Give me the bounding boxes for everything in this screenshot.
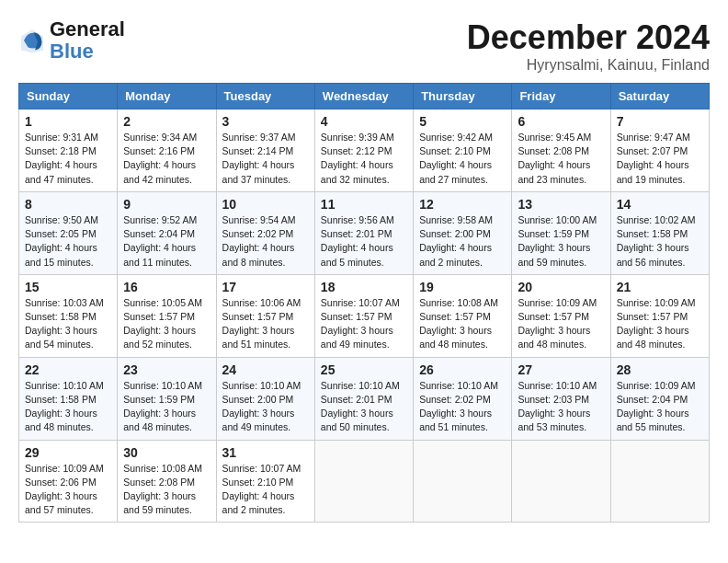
- day-cell: 31Sunrise: 10:07 AM Sunset: 2:10 PM Dayl…: [216, 440, 314, 523]
- day-info: Sunrise: 9:50 AM Sunset: 2:05 PM Dayligh…: [25, 213, 111, 270]
- day-info: Sunrise: 9:37 AM Sunset: 2:14 PM Dayligh…: [222, 131, 309, 187]
- day-info: Sunrise: 10:10 AM Sunset: 2:02 PM Daylig…: [419, 379, 506, 435]
- day-number: 5: [419, 114, 506, 129]
- day-info: Sunrise: 10:10 AM Sunset: 2:01 PM Daylig…: [321, 379, 407, 435]
- day-cell: 13Sunrise: 10:00 AM Sunset: 1:59 PM Dayl…: [512, 191, 610, 274]
- day-info: Sunrise: 9:39 AM Sunset: 2:12 PM Dayligh…: [321, 131, 407, 187]
- day-info: Sunrise: 10:03 AM Sunset: 1:58 PM Daylig…: [25, 296, 111, 352]
- day-info: Sunrise: 9:56 AM Sunset: 2:01 PM Dayligh…: [321, 213, 407, 270]
- weekday-header-thursday: Thursday: [414, 84, 512, 109]
- month-title: December 2024: [467, 18, 710, 57]
- day-number: 19: [419, 280, 506, 294]
- day-info: Sunrise: 10:10 AM Sunset: 1:59 PM Daylig…: [123, 379, 210, 435]
- day-number: 17: [222, 280, 309, 294]
- day-number: 30: [123, 445, 210, 460]
- day-info: Sunrise: 9:54 AM Sunset: 2:02 PM Dayligh…: [222, 213, 309, 270]
- day-cell: 6Sunrise: 9:45 AM Sunset: 2:08 PM Daylig…: [512, 109, 610, 192]
- day-info: Sunrise: 10:10 AM Sunset: 2:00 PM Daylig…: [222, 379, 309, 435]
- week-row-2: 8Sunrise: 9:50 AM Sunset: 2:05 PM Daylig…: [19, 191, 710, 274]
- weekday-header-monday: Monday: [118, 84, 216, 109]
- day-number: 3: [222, 114, 309, 129]
- day-info: Sunrise: 10:10 AM Sunset: 2:03 PM Daylig…: [518, 379, 604, 435]
- day-number: 12: [419, 197, 506, 212]
- day-info: Sunrise: 10:07 AM Sunset: 2:10 PM Daylig…: [222, 462, 309, 518]
- day-number: 15: [25, 280, 111, 294]
- day-cell: 22Sunrise: 10:10 AM Sunset: 1:58 PM Dayl…: [19, 357, 118, 440]
- day-number: 1: [25, 114, 111, 129]
- logo: General Blue: [18, 18, 125, 63]
- day-number: 14: [617, 197, 703, 212]
- day-info: Sunrise: 10:05 AM Sunset: 1:57 PM Daylig…: [123, 296, 210, 352]
- day-cell: 27Sunrise: 10:10 AM Sunset: 2:03 PM Dayl…: [512, 357, 610, 440]
- day-cell: 28Sunrise: 10:09 AM Sunset: 2:04 PM Dayl…: [610, 357, 709, 440]
- day-number: 10: [222, 197, 309, 212]
- day-number: 25: [321, 362, 407, 377]
- day-number: 20: [518, 280, 604, 294]
- day-info: Sunrise: 10:00 AM Sunset: 1:59 PM Daylig…: [518, 213, 604, 270]
- day-info: Sunrise: 10:07 AM Sunset: 1:57 PM Daylig…: [321, 296, 407, 352]
- day-cell: [512, 440, 610, 523]
- title-area: December 2024 Hyrynsalmi, Kainuu, Finlan…: [467, 18, 710, 74]
- day-cell: [610, 440, 709, 523]
- day-number: 22: [25, 362, 111, 377]
- day-info: Sunrise: 10:09 AM Sunset: 1:57 PM Daylig…: [617, 296, 703, 352]
- day-number: 6: [518, 114, 604, 129]
- weekday-header-friday: Friday: [512, 84, 610, 109]
- day-cell: 17Sunrise: 10:06 AM Sunset: 1:57 PM Dayl…: [216, 274, 314, 357]
- week-row-4: 22Sunrise: 10:10 AM Sunset: 1:58 PM Dayl…: [19, 357, 710, 440]
- day-cell: 11Sunrise: 9:56 AM Sunset: 2:01 PM Dayli…: [314, 191, 413, 274]
- header: General Blue December 2024 Hyrynsalmi, K…: [18, 18, 710, 74]
- day-number: 2: [123, 114, 210, 129]
- weekday-header-wednesday: Wednesday: [314, 84, 413, 109]
- day-info: Sunrise: 9:45 AM Sunset: 2:08 PM Dayligh…: [518, 131, 604, 187]
- day-cell: 20Sunrise: 10:09 AM Sunset: 1:57 PM Dayl…: [512, 274, 610, 357]
- day-number: 28: [617, 362, 703, 377]
- day-info: Sunrise: 9:42 AM Sunset: 2:10 PM Dayligh…: [419, 131, 506, 187]
- logo-text: General Blue: [50, 18, 125, 63]
- day-cell: 10Sunrise: 9:54 AM Sunset: 2:02 PM Dayli…: [216, 191, 314, 274]
- day-info: Sunrise: 10:06 AM Sunset: 1:57 PM Daylig…: [222, 296, 309, 352]
- day-info: Sunrise: 10:10 AM Sunset: 1:58 PM Daylig…: [25, 379, 111, 435]
- day-number: 16: [123, 280, 210, 294]
- day-info: Sunrise: 10:09 AM Sunset: 2:06 PM Daylig…: [25, 462, 111, 518]
- day-number: 26: [419, 362, 506, 377]
- weekday-header-saturday: Saturday: [610, 84, 709, 109]
- day-cell: 12Sunrise: 9:58 AM Sunset: 2:00 PM Dayli…: [414, 191, 512, 274]
- week-row-5: 29Sunrise: 10:09 AM Sunset: 2:06 PM Dayl…: [19, 440, 710, 523]
- day-number: 8: [25, 197, 111, 212]
- day-number: 11: [321, 197, 407, 212]
- day-number: 27: [518, 362, 604, 377]
- day-number: 13: [518, 197, 604, 212]
- day-cell: 3Sunrise: 9:37 AM Sunset: 2:14 PM Daylig…: [216, 109, 314, 192]
- day-info: Sunrise: 10:09 AM Sunset: 1:57 PM Daylig…: [518, 296, 604, 352]
- day-cell: 25Sunrise: 10:10 AM Sunset: 2:01 PM Dayl…: [314, 357, 413, 440]
- day-info: Sunrise: 9:47 AM Sunset: 2:07 PM Dayligh…: [617, 131, 703, 187]
- day-cell: 15Sunrise: 10:03 AM Sunset: 1:58 PM Dayl…: [19, 274, 118, 357]
- day-cell: 23Sunrise: 10:10 AM Sunset: 1:59 PM Dayl…: [118, 357, 216, 440]
- calendar: SundayMondayTuesdayWednesdayThursdayFrid…: [18, 83, 710, 523]
- day-number: 21: [617, 280, 703, 294]
- day-cell: 5Sunrise: 9:42 AM Sunset: 2:10 PM Daylig…: [414, 109, 512, 192]
- day-number: 18: [321, 280, 407, 294]
- day-cell: 24Sunrise: 10:10 AM Sunset: 2:00 PM Dayl…: [216, 357, 314, 440]
- day-info: Sunrise: 9:31 AM Sunset: 2:18 PM Dayligh…: [25, 131, 111, 187]
- day-info: Sunrise: 9:52 AM Sunset: 2:04 PM Dayligh…: [123, 213, 210, 270]
- day-info: Sunrise: 9:58 AM Sunset: 2:00 PM Dayligh…: [419, 213, 506, 270]
- day-cell: 21Sunrise: 10:09 AM Sunset: 1:57 PM Dayl…: [610, 274, 709, 357]
- day-cell: 26Sunrise: 10:10 AM Sunset: 2:02 PM Dayl…: [414, 357, 512, 440]
- week-row-3: 15Sunrise: 10:03 AM Sunset: 1:58 PM Dayl…: [19, 274, 710, 357]
- day-cell: 14Sunrise: 10:02 AM Sunset: 1:58 PM Dayl…: [610, 191, 709, 274]
- day-cell: [314, 440, 413, 523]
- day-cell: [414, 440, 512, 523]
- day-number: 29: [25, 445, 111, 460]
- day-cell: 8Sunrise: 9:50 AM Sunset: 2:05 PM Daylig…: [19, 191, 118, 274]
- logo-icon: [18, 27, 46, 54]
- location-subtitle: Hyrynsalmi, Kainuu, Finland: [467, 57, 710, 74]
- day-number: 9: [123, 197, 210, 212]
- day-cell: 1Sunrise: 9:31 AM Sunset: 2:18 PM Daylig…: [19, 109, 118, 192]
- week-row-1: 1Sunrise: 9:31 AM Sunset: 2:18 PM Daylig…: [19, 109, 710, 192]
- day-info: Sunrise: 10:08 AM Sunset: 1:57 PM Daylig…: [419, 296, 506, 352]
- weekday-header-tuesday: Tuesday: [216, 84, 314, 109]
- day-cell: 30Sunrise: 10:08 AM Sunset: 2:08 PM Dayl…: [118, 440, 216, 523]
- day-number: 4: [321, 114, 407, 129]
